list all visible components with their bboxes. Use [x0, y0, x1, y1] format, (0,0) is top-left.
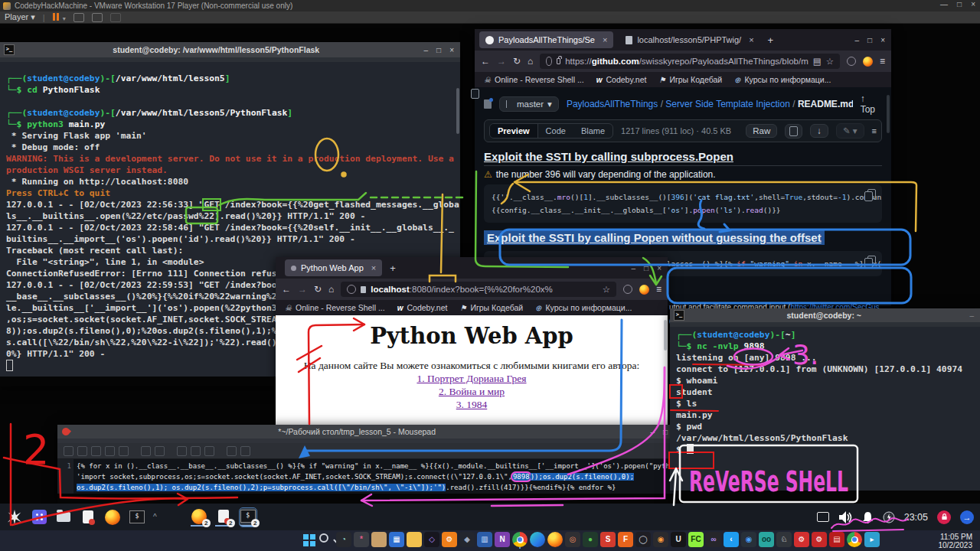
new-tab-button[interactable]: + — [768, 34, 774, 46]
tab-localhost-phptwig[interactable]: localhost/lesson5/PHPTwig/ × — [619, 31, 760, 48]
copy-icon[interactable] — [191, 446, 201, 456]
updates-icon[interactable]: → — [960, 510, 974, 524]
taskbar-mousepad-running[interactable]: 2 — [215, 508, 232, 527]
close-file-icon[interactable] — [119, 446, 129, 456]
branch-selector[interactable]: master ▾ — [499, 96, 559, 112]
taskbar-app-icon-shotcut[interactable]: S — [600, 532, 616, 547]
undo-icon[interactable] — [141, 446, 151, 456]
taskbar-app-icon-search[interactable] — [318, 532, 334, 547]
save-as-icon[interactable] — [105, 446, 115, 456]
minimize-button[interactable]: – — [424, 46, 429, 54]
pause-button[interactable]: ▾ — [53, 13, 66, 22]
taskbar-app-icon-chrome[interactable] — [512, 532, 528, 547]
app-menu-icon[interactable]: ≡ — [880, 56, 885, 67]
edit-button[interactable]: ✎ ▾ — [836, 123, 864, 139]
minimize-button[interactable]: – — [855, 36, 860, 44]
url-bar[interactable]: https://github.com/swisskyrepo/PayloadsA… — [540, 54, 840, 69]
bookmark[interactable]: Игры Кодебай — [459, 303, 523, 312]
shield-icon[interactable] — [347, 285, 356, 294]
taskbar-app-icon-orange-gear[interactable]: ⚙ — [442, 532, 457, 547]
reload-button[interactable]: ↻ — [513, 56, 521, 67]
home-button[interactable]: ⌂ — [528, 56, 533, 67]
shield-icon[interactable] — [546, 57, 551, 66]
app-menu-icon[interactable]: ≡ — [656, 284, 662, 295]
payload-code-block-1[interactable]: {{''.__class__.mro()[1].__subclasses__()… — [484, 184, 882, 223]
taskbar-app-icon-photos[interactable] — [371, 532, 387, 547]
tab-preview[interactable]: Preview — [490, 124, 538, 138]
forward-button[interactable]: → — [298, 284, 307, 295]
book-link-2[interactable]: 2. Война и мир — [276, 385, 668, 398]
taskbar-app-icon-edge[interactable] — [530, 532, 545, 547]
vmware-maximize-button[interactable]: □ — [957, 0, 962, 8]
taskbar-firefox-running[interactable]: 2 — [191, 508, 207, 527]
firefox-launcher-icon[interactable] — [104, 509, 121, 526]
chevron-up-icon[interactable]: ^ — [153, 513, 157, 521]
window-tray-icon[interactable] — [817, 512, 829, 522]
volume-icon[interactable] — [838, 511, 853, 523]
tab-close-icon[interactable]: × — [603, 35, 607, 44]
bookmark[interactable]: Online - Reverse Shell ... — [285, 303, 385, 312]
home-button[interactable]: ⌂ — [328, 284, 334, 295]
reload-button[interactable]: ↻ — [314, 284, 322, 295]
download-button[interactable]: ↓ — [810, 124, 828, 138]
payload-text[interactable]: {% for x in ().__class__.__base__.__subc… — [74, 459, 674, 494]
copy-icon[interactable] — [867, 256, 876, 266]
mousepad-launcher-icon[interactable] — [80, 509, 96, 526]
taskbar-app-icon-knight[interactable]: ♘ — [776, 532, 792, 547]
taskbar-app-icon-leaf[interactable]: ● — [583, 532, 598, 547]
screen-lock-icon[interactable] — [937, 510, 951, 524]
send-cad-icon[interactable] — [74, 13, 84, 22]
redo-icon[interactable] — [155, 446, 165, 456]
minimize-button[interactable]: – — [650, 428, 655, 436]
cut-icon[interactable] — [177, 446, 187, 456]
taskbar-app-icon-toolbox[interactable]: ▤ — [829, 532, 844, 547]
taskbar-app-icon-diamond-app[interactable]: ◆ — [459, 532, 475, 547]
file-manager-icon[interactable] — [55, 509, 72, 526]
paste-icon[interactable] — [204, 446, 214, 456]
taskbar-app-icon-c4d[interactable]: ◯ — [635, 532, 651, 547]
taskbar-app-icon-teal-box[interactable]: oo — [759, 532, 774, 547]
bookmark-star-icon[interactable]: ☆ — [826, 56, 834, 67]
copy-raw-button[interactable] — [785, 124, 802, 139]
book-link-3[interactable]: 3. 1984 — [276, 398, 668, 411]
taskbar-app-icon-maps[interactable]: ◉ — [741, 532, 756, 547]
maximize-button[interactable]: □ — [663, 428, 668, 436]
vmware-close-button[interactable]: × — [971, 0, 975, 8]
outline-icon[interactable]: ≡ — [872, 126, 877, 135]
page-scrollbar[interactable] — [664, 320, 667, 350]
close-button[interactable]: × — [449, 46, 454, 54]
save-icon[interactable] — [91, 446, 101, 456]
player-menu[interactable]: Player ▾ — [5, 12, 35, 22]
taskbar-terminal-running[interactable]: $2 — [240, 508, 256, 527]
tab-payloadsallthethings[interactable]: PayloadsAllTheThings/Se × — [479, 31, 613, 48]
taskbar-app-icon-folder[interactable] — [407, 532, 422, 547]
maximize-button[interactable]: □ — [436, 46, 441, 54]
maximize-button[interactable]: □ — [644, 264, 648, 272]
copy-icon[interactable] — [867, 189, 876, 199]
taskbar-app-icon-asterisk-app[interactable]: * — [354, 532, 369, 547]
raw-button[interactable]: Raw — [746, 124, 777, 138]
taskbar-app-icon-resolve[interactable]: ◎ — [565, 532, 580, 547]
back-button[interactable]: ← — [481, 56, 490, 67]
close-button[interactable]: × — [657, 264, 662, 272]
kali-menu-button[interactable] — [6, 509, 23, 526]
taskbar-app-icon-firefox[interactable] — [547, 532, 563, 547]
taskbar-app-icon-red-gear-2[interactable]: ⚙ — [812, 532, 827, 547]
power-manager-icon[interactable] — [883, 511, 895, 523]
vmware-minimize-button[interactable]: — — [940, 0, 948, 8]
reader-icon[interactable]: ▤ — [813, 56, 822, 67]
tab-close-icon[interactable]: × — [749, 35, 753, 44]
github-scrollbar[interactable] — [887, 95, 890, 133]
back-button[interactable]: ← — [282, 284, 291, 295]
dock-clock[interactable]: 23:05 — [904, 512, 928, 523]
taskbar-app-icon-unreal[interactable]: U — [671, 532, 686, 547]
terminal-scrollbar[interactable] — [456, 88, 459, 134]
taskbar-app-icon-boards[interactable]: ▥ — [477, 532, 492, 547]
maximize-button[interactable]: □ — [867, 36, 872, 44]
replace-icon[interactable] — [240, 446, 250, 456]
taskbar-app-icon-chrome-alt[interactable] — [847, 532, 862, 547]
bookmark[interactable]: Codeby.net — [397, 303, 448, 312]
new-icon[interactable] — [64, 446, 74, 456]
taskbar-app-icon-onenote[interactable]: N — [495, 532, 510, 547]
tab-python-web-app[interactable]: Python Web App × — [285, 259, 382, 276]
